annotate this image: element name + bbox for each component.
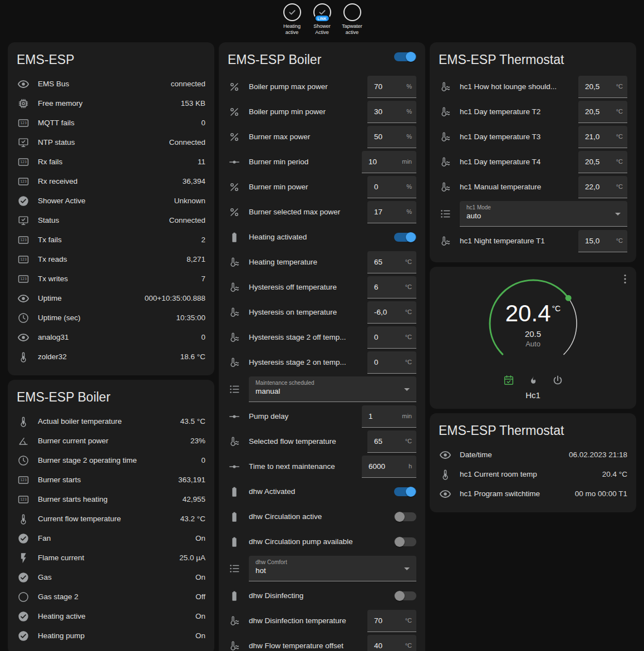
- control-rows: Boiler pump max power70%Boiler pump min …: [228, 74, 416, 651]
- entity-row-gas[interactable]: GasOn: [17, 567, 205, 587]
- row-label: hc1 Day temperature T3: [460, 133, 571, 141]
- entity-row-burner-current-power[interactable]: Burner current power23%: [17, 431, 205, 451]
- entity-row-ems-bus[interactable]: EMS Busconnected: [17, 74, 205, 94]
- number-input-hysteresis-off-temperature[interactable]: 6°C: [367, 276, 416, 298]
- row-label: EMS Bus: [38, 80, 163, 88]
- entity-row-burner-min-power: Burner min power0%: [228, 174, 416, 199]
- entity-row-actual-boiler-temperature[interactable]: Actual boiler temperature43.5 °C: [17, 412, 205, 431]
- counter-icon: 123: [17, 233, 30, 247]
- row-label: dhw Circulation active: [249, 512, 386, 521]
- number-input-hysteresis-on-temperature[interactable]: -6,0°C: [367, 301, 416, 324]
- number-input-hc1-day-temperature-t3[interactable]: 21,0°C: [578, 126, 627, 148]
- entity-row-uptime-sec[interactable]: Uptime (sec)10:35:00: [17, 308, 205, 327]
- entity-row-burner-starts[interactable]: 123Burner starts363,191: [17, 470, 205, 490]
- entity-row-mqtt-fails[interactable]: 123MQTT fails0: [17, 113, 205, 133]
- number-input-boiler-pump-max-power[interactable]: 70%: [367, 76, 416, 98]
- entity-row-rx-fails[interactable]: 123Rx fails11: [17, 152, 205, 172]
- entity-row-heating-active[interactable]: Heating activeOn: [17, 606, 205, 626]
- entity-row-burner-min-period: Burner min period10min: [228, 149, 416, 174]
- temperature-unit: °C: [552, 304, 561, 313]
- number-input-burner-max-power[interactable]: 50%: [367, 126, 416, 148]
- row-value: 23%: [190, 437, 205, 445]
- dots-vertical-icon[interactable]: [618, 272, 632, 286]
- row-value: On: [195, 573, 205, 581]
- entity-row-flame-current[interactable]: Flame current25.0 µA: [17, 548, 205, 567]
- calendar-check-icon[interactable]: [502, 374, 515, 387]
- number-input-burner-min-period[interactable]: 10min: [362, 151, 416, 173]
- entity-row-analog31[interactable]: analog310: [17, 327, 205, 347]
- number-input-hysteresis-stage-2-on-temp[interactable]: 0°C: [367, 351, 416, 374]
- entity-row-burner-starts-heating[interactable]: 123Burner starts heating42,955: [17, 490, 205, 509]
- entity-row-ntp-status[interactable]: NTP statusConnected: [17, 133, 205, 152]
- row-label: hc1 Program switchtime: [460, 490, 567, 498]
- select-maintenance-scheduled[interactable]: Maintenance scheduledmanual: [249, 376, 416, 402]
- entity-row-zolder32[interactable]: zolder3218.6 °C: [17, 347, 205, 366]
- number-input-hc1-day-temperature-t2[interactable]: 20,5°C: [578, 101, 627, 123]
- thermostat-dial[interactable]: 20.4°C 20.5 Auto: [483, 273, 583, 374]
- badge-shower-active[interactable]: LINK Shower Active: [309, 3, 335, 40]
- entity-row-date-time[interactable]: Date/time06.02.2023 21:18: [439, 445, 627, 464]
- entity-row-gas-stage-2[interactable]: Gas stage 2Off: [17, 587, 205, 606]
- column-right: EMS-ESP Thermostat hc1 How hot lounge sh…: [430, 42, 636, 517]
- counter-icon: 123: [17, 493, 30, 506]
- caret-down-icon: [404, 567, 410, 570]
- entity-row-hc1-current-room-temp[interactable]: hc1 Current room temp20.4 °C: [439, 464, 627, 484]
- number-input-time-to-next-maintenance[interactable]: 6000h: [362, 456, 416, 478]
- entity-row-status[interactable]: StatusConnected: [17, 211, 205, 230]
- entity-row-uptime[interactable]: Uptime000+10:35:00.888: [17, 288, 205, 308]
- power-icon[interactable]: [551, 374, 564, 387]
- number-input-dhw-disinfection-temperature[interactable]: 70°C: [367, 610, 416, 632]
- number-input-hc1-night-temperature-t1[interactable]: 15,0°C: [578, 230, 627, 252]
- number-input-dhw-flow-temperature-offset[interactable]: 40°C: [367, 635, 416, 651]
- entity-row-fan[interactable]: FanOn: [17, 528, 205, 548]
- row-label: Hysteresis on temperature: [249, 308, 360, 316]
- entity-row-rx-received[interactable]: 123Rx received36,394: [17, 172, 205, 191]
- number-input-burner-min-power[interactable]: 0%: [367, 176, 416, 198]
- svg-text:123: 123: [20, 478, 27, 482]
- row-value: On: [195, 534, 205, 542]
- number-input-hysteresis-stage-2-off-temp[interactable]: 0°C: [367, 326, 416, 349]
- number-input-burner-selected-max-power[interactable]: 17%: [367, 201, 416, 223]
- select-hc1-mode[interactable]: hc1 Modeauto: [460, 201, 627, 227]
- badge-label: Tapwater active: [340, 23, 365, 36]
- toggle-dhw-circulation-pump-available[interactable]: [394, 536, 416, 547]
- entity-row-current-flow-temperature[interactable]: Current flow temperature43.2 °C: [17, 509, 205, 528]
- entity-row-shower-active[interactable]: Shower ActiveUnknown: [17, 191, 205, 211]
- toggle-dhw-activated[interactable]: [394, 486, 416, 497]
- entity-row-tx-reads[interactable]: 123Tx reads8,271: [17, 249, 205, 269]
- entity-row-tx-writes[interactable]: 123Tx writes7: [17, 269, 205, 288]
- row-label: Burner stage 2 operating time: [38, 456, 193, 464]
- toggle-heating-activated[interactable]: [394, 232, 416, 243]
- row-value: 7: [201, 275, 205, 283]
- check-circle-icon: [283, 3, 301, 21]
- number-input-boiler-pump-min-power[interactable]: 30%: [367, 101, 416, 123]
- target-temperature: 20.5: [525, 329, 541, 339]
- boiler-card-toggle[interactable]: [394, 51, 416, 62]
- entity-row-hc1-program-switchtime[interactable]: hc1 Program switchtime00 mo 00:00 T1: [439, 484, 627, 503]
- fire-icon[interactable]: [527, 374, 540, 387]
- number-input-pump-delay[interactable]: 1min: [362, 405, 416, 428]
- toggle-dhw-circulation-active[interactable]: [394, 511, 416, 522]
- number-input-hc1-how-hot-lounge-should[interactable]: 20,5°C: [578, 76, 627, 98]
- entity-row-free-memory[interactable]: Free memory153 KB: [17, 94, 205, 113]
- entity-row-tx-fails[interactable]: 123Tx fails2: [17, 230, 205, 249]
- eye-icon: [17, 292, 30, 305]
- badge-tapwater-active[interactable]: Tapwater active: [340, 3, 365, 40]
- row-label: dhw Disinfecting: [249, 591, 386, 600]
- select-dhw-comfort[interactable]: dhw Comforthot: [249, 556, 416, 581]
- entity-row-heating-pump[interactable]: Heating pumpOn: [17, 626, 205, 645]
- number-input-hc1-manual-temperature[interactable]: 22,0°C: [578, 176, 627, 198]
- toggle-dhw-disinfecting[interactable]: [394, 590, 416, 601]
- badge-heating-active[interactable]: Heating active: [279, 3, 305, 40]
- number-input-heating-temperature[interactable]: 65°C: [367, 251, 416, 273]
- coolant-icon: [228, 281, 241, 294]
- card-title: EMS-ESP: [17, 51, 205, 74]
- entity-row-burner-stage-2-operating-time[interactable]: Burner stage 2 operating time0: [17, 451, 205, 470]
- number-input-selected-flow-temperature[interactable]: 65°C: [367, 430, 416, 453]
- row-label: Tx reads: [38, 255, 179, 263]
- caret-down-icon: [404, 388, 410, 391]
- entity-row-pump-delay: Pump delay1min: [228, 404, 416, 429]
- battery-icon: [228, 535, 241, 549]
- monitor-check-icon: [17, 214, 30, 227]
- number-input-hc1-day-temperature-t4[interactable]: 20,5°C: [578, 151, 627, 173]
